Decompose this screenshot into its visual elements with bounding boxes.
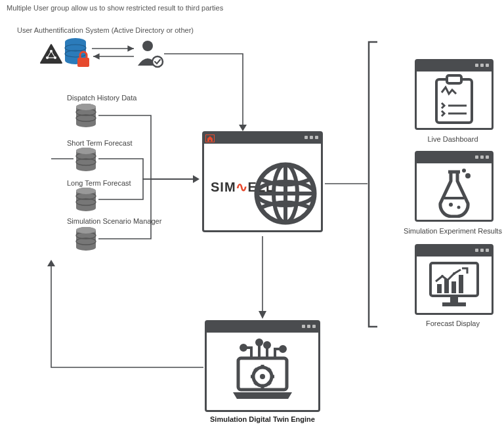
svg-line-55 — [268, 382, 270, 384]
svg-rect-74 — [452, 281, 456, 293]
svg-point-56 — [241, 345, 246, 350]
svg-point-66 — [462, 169, 466, 173]
svg-rect-75 — [459, 275, 463, 293]
simwell-hub-window: SIM∿ELL — [202, 131, 323, 232]
svg-rect-61 — [447, 75, 461, 83]
svg-point-77 — [446, 279, 449, 281]
svg-point-21 — [76, 104, 96, 110]
svg-point-65 — [457, 206, 461, 209]
svg-point-33 — [76, 188, 96, 194]
forecast-chart-icon — [427, 259, 482, 310]
long-term-db-icon — [75, 188, 97, 211]
live-dashboard-window — [415, 59, 494, 130]
svg-rect-71 — [437, 284, 442, 293]
experiment-results-window — [415, 151, 494, 222]
clipboard-dashboard-icon — [431, 74, 477, 125]
svg-point-13 — [152, 56, 163, 67]
digital-twin-engine-icon — [226, 339, 299, 404]
svg-point-59 — [280, 346, 285, 352]
user-check-icon — [138, 41, 163, 67]
svg-point-57 — [257, 340, 262, 345]
svg-rect-69 — [450, 296, 458, 302]
svg-point-27 — [76, 148, 96, 154]
svg-point-78 — [453, 272, 455, 275]
forecast-display-window — [415, 244, 494, 315]
svg-line-54 — [255, 382, 257, 384]
svg-line-52 — [255, 369, 257, 371]
svg-point-12 — [142, 41, 153, 51]
svg-point-47 — [260, 374, 265, 379]
home-icon — [205, 134, 215, 142]
short-term-db-icon — [75, 148, 97, 171]
svg-point-76 — [441, 275, 444, 277]
scenario-manager-db-icon — [75, 227, 97, 251]
globe-icon — [254, 162, 317, 228]
dispatch-history-db-icon — [75, 104, 97, 127]
svg-point-67 — [465, 173, 471, 178]
svg-rect-60 — [436, 79, 472, 123]
flask-icon — [431, 165, 477, 218]
database-lock-icon — [65, 38, 89, 67]
svg-point-39 — [76, 227, 96, 234]
svg-point-58 — [264, 342, 270, 348]
svg-rect-11 — [77, 58, 89, 67]
svg-rect-70 — [442, 302, 466, 306]
svg-line-53 — [268, 369, 270, 371]
digital-twin-engine-window — [205, 320, 320, 412]
warning-triangle-icon — [41, 45, 62, 63]
svg-point-64 — [449, 203, 453, 207]
